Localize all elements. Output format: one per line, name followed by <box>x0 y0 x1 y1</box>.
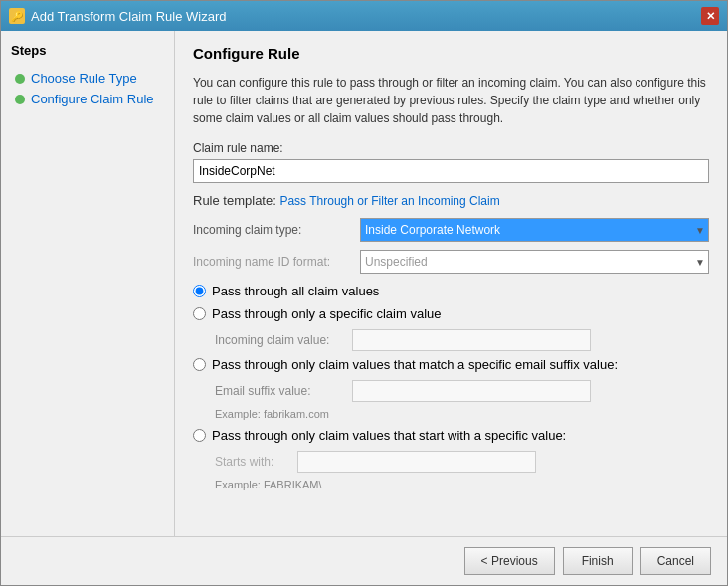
title-bar-left: 🔑 Add Transform Claim Rule Wizard <box>9 8 227 24</box>
sub-form-starts-with: Starts with: <box>215 451 709 473</box>
window-icon: 🔑 <box>9 8 25 24</box>
radio-pass-specific[interactable] <box>193 307 206 320</box>
finish-button[interactable]: Finish <box>563 547 633 575</box>
footer: < Previous Finish Cancel <box>1 536 727 585</box>
rule-template-static-label: Rule template: <box>193 193 279 208</box>
page-title: Configure Rule <box>193 45 709 62</box>
radio-pass-email[interactable] <box>193 358 206 371</box>
incoming-name-id-select[interactable]: Unspecified <box>360 250 709 274</box>
radio-label-3[interactable]: Pass through only claim values that matc… <box>212 357 618 372</box>
sidebar-item-configure-rule[interactable]: Configure Claim Rule <box>11 89 164 109</box>
description-text: You can configure this rule to pass thro… <box>193 74 709 127</box>
incoming-claim-type-label: Incoming claim type: <box>193 223 352 237</box>
radio-item-3: Pass through only claim values that matc… <box>193 357 709 372</box>
radio-item-2: Pass through only a specific claim value <box>193 306 709 321</box>
window-title: Add Transform Claim Rule Wizard <box>31 9 227 24</box>
step-indicator-1 <box>15 74 25 84</box>
cancel-button[interactable]: Cancel <box>640 547 711 575</box>
claim-rule-name-section: Claim rule name: <box>193 141 709 183</box>
claim-rule-name-input[interactable] <box>193 159 709 183</box>
title-bar: 🔑 Add Transform Claim Rule Wizard ✕ <box>1 1 727 31</box>
incoming-claim-type-select[interactable]: Inside Corporate Network <box>360 218 709 242</box>
radio-label-1[interactable]: Pass through all claim values <box>212 284 379 298</box>
email-example-text: Example: fabrikam.com <box>215 408 709 420</box>
sidebar-item-choose-rule[interactable]: Choose Rule Type <box>11 68 164 89</box>
sidebar-label-configure-rule: Configure Claim Rule <box>31 92 154 106</box>
main-window: 🔑 Add Transform Claim Rule Wizard ✕ Step… <box>0 0 728 586</box>
sidebar-label-choose-rule: Choose Rule Type <box>31 71 137 86</box>
sidebar-title: Steps <box>11 43 164 58</box>
step-indicator-2 <box>15 95 25 104</box>
sidebar: Steps Choose Rule Type Configure Claim R… <box>1 31 175 536</box>
rule-template-value: Pass Through or Filter an Incoming Claim <box>279 194 499 208</box>
radio-group: Pass through all claim values Pass throu… <box>193 284 709 490</box>
radio-item-1: Pass through all claim values <box>193 284 709 298</box>
starts-with-label: Starts with: <box>215 455 289 469</box>
radio-label-2[interactable]: Pass through only a specific claim value <box>212 306 442 321</box>
main-panel: Configure Rule You can configure this ru… <box>175 31 727 536</box>
starts-with-input[interactable] <box>297 451 536 473</box>
radio-label-4[interactable]: Pass through only claim values that star… <box>212 428 566 443</box>
rule-template-section: Rule template: Pass Through or Filter an… <box>193 193 709 208</box>
radio-pass-starts-with[interactable] <box>193 429 206 442</box>
email-suffix-label: Email suffix value: <box>215 384 344 398</box>
previous-button[interactable]: < Previous <box>464 547 555 575</box>
content-area: Steps Choose Rule Type Configure Claim R… <box>1 31 727 536</box>
incoming-claim-value-input[interactable] <box>352 329 591 351</box>
incoming-name-id-row: Incoming name ID format: Unspecified ▼ <box>193 250 709 274</box>
email-suffix-input[interactable] <box>352 380 591 402</box>
sub-form-claim-value: Incoming claim value: <box>215 329 709 351</box>
radio-item-4: Pass through only claim values that star… <box>193 428 709 443</box>
close-button[interactable]: ✕ <box>701 7 719 25</box>
radio-pass-all[interactable] <box>193 285 206 297</box>
sub-form-email: Email suffix value: <box>215 380 709 402</box>
starts-with-example-text: Example: FABRIKAM\ <box>215 479 709 490</box>
incoming-name-id-label: Incoming name ID format: <box>193 255 352 269</box>
incoming-claim-type-wrapper: Inside Corporate Network ▼ <box>360 218 709 242</box>
incoming-claim-type-row: Incoming claim type: Inside Corporate Ne… <box>193 218 709 242</box>
incoming-name-id-wrapper: Unspecified ▼ <box>360 250 709 274</box>
incoming-claim-value-label: Incoming claim value: <box>215 333 344 347</box>
claim-rule-name-label: Claim rule name: <box>193 141 709 155</box>
